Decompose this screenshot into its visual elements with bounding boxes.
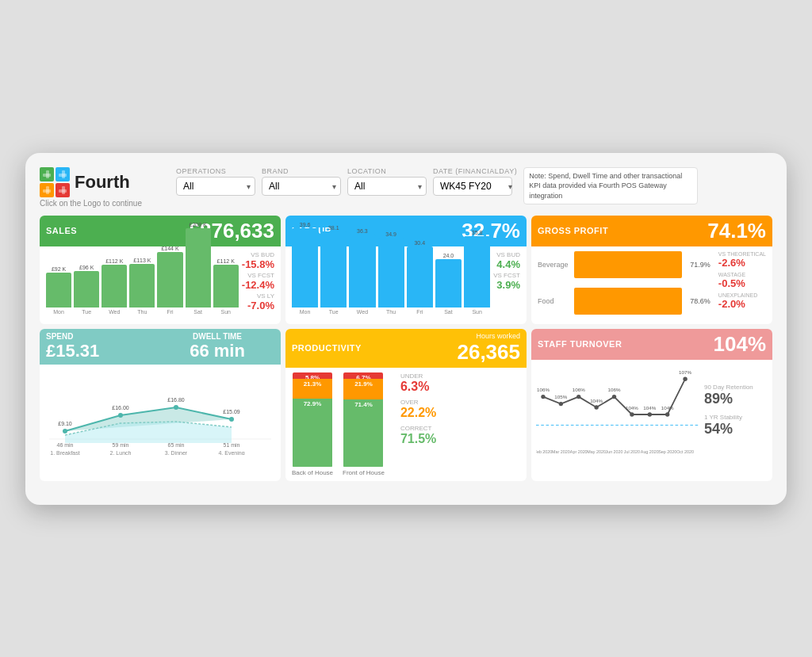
sales-vs-fcst: vs FCST -12.4% xyxy=(242,272,274,291)
sales-header: SALES £876,633 xyxy=(40,216,281,246)
operations-select-wrapper[interactable]: All xyxy=(176,177,255,196)
logo[interactable]: Fourth xyxy=(40,167,130,197)
location-label: LOCATION xyxy=(347,167,427,175)
labour-bar-chart: 39.6 Mon 38.1 Tue 36.3 xyxy=(292,251,490,315)
svg-point-15 xyxy=(63,429,67,434)
boh-orange-seg: 21.3% xyxy=(293,379,332,399)
operations-filter: OPERATIONS All xyxy=(176,167,255,205)
foh-green-seg: 71.4% xyxy=(343,399,383,467)
staff-header: STAFF TURNOVER 104% xyxy=(531,329,772,360)
svg-point-40 xyxy=(683,376,687,380)
svg-text:May 2020: May 2020 xyxy=(587,449,606,454)
staff-line-svg: 106% 105% 106% 104% 106% 104% 104% 104% … xyxy=(536,363,699,466)
svg-point-36 xyxy=(612,394,616,398)
logo-text: Fourth xyxy=(75,172,130,193)
svg-rect-5 xyxy=(43,174,51,177)
foh-stacked-bar: 6.7% 21.9% 71.4% xyxy=(343,372,383,468)
foh-red-seg: 6.7% xyxy=(343,372,383,379)
svg-text:107%: 107% xyxy=(679,369,691,374)
svg-text:46 min: 46 min xyxy=(56,442,73,448)
svg-point-17 xyxy=(174,405,178,410)
labour-bar-sun: 35.8 Sun xyxy=(464,230,490,315)
gross-profit-card: GROSS PROFIT 74.1% Beverage 71.9% Food xyxy=(531,216,772,324)
svg-point-34 xyxy=(576,394,580,398)
svg-point-37 xyxy=(630,412,634,416)
spend-section: SPEND £15.31 xyxy=(46,332,160,361)
sales-body: £92 K Mon £96 K Tue £112 K xyxy=(40,246,281,319)
prod-header: PRODUCTIVITY Hours worked 26,365 xyxy=(285,329,527,368)
gp-stats: vs THEORETICAL -2.6% WASTAGE -0.5% UNEXP… xyxy=(718,251,766,319)
gp-food-row: Food 78.6% xyxy=(538,288,710,315)
prod-legend-correct: CORRECT 71.5% xyxy=(400,425,436,446)
boh-label: Back of House xyxy=(292,469,333,476)
operations-select[interactable]: All xyxy=(176,177,255,196)
staff-value: 104% xyxy=(714,332,767,357)
dashboard-grid: SALES £876,633 £92 K Mon xyxy=(40,216,772,491)
bar-fri: £144 K Fri xyxy=(157,246,182,315)
svg-text:106%: 106% xyxy=(573,387,585,392)
labour-bar-fri: 30.4 Fri xyxy=(407,240,433,315)
note-box: Note: Spend, Dwell Time and other transa… xyxy=(523,167,698,205)
gp-unexplained: UNEXPLAINED -2.0% xyxy=(718,292,766,310)
labour-bar-tue: 38.1 Tue xyxy=(320,225,347,315)
foh-bar-group: 6.7% 21.9% 71.4% Front of House xyxy=(343,372,385,476)
gp-value: 74.1% xyxy=(707,219,766,243)
sales-title: SALES xyxy=(46,226,77,235)
bar-sat: £208 K Sat xyxy=(186,222,211,315)
svg-text:£16.80: £16.80 xyxy=(167,397,185,403)
device-frame: Fourth Click on the Logo to continue OPE… xyxy=(25,153,787,505)
svg-text:51 min: 51 min xyxy=(223,442,239,448)
logo-subtitle: Click on the Logo to continue xyxy=(40,199,142,208)
svg-text:104%: 104% xyxy=(590,397,603,403)
header: Fourth Click on the Logo to continue OPE… xyxy=(40,167,772,208)
brand-select[interactable]: All xyxy=(262,177,341,196)
prod-value: 26,365 xyxy=(457,340,520,365)
date-filter: DATE (FINANCIALDAY) WK45 FY20 xyxy=(433,167,517,205)
labour-vs-bud: vs BUD 4.4% xyxy=(493,251,520,270)
productivity-card: PRODUCTIVITY Hours worked 26,365 5.8% 21… xyxy=(285,329,527,481)
bar-wed-bar xyxy=(102,265,127,307)
bar-sat-bar xyxy=(186,228,211,307)
svg-point-32 xyxy=(541,394,545,398)
date-select[interactable]: WK45 FY20 xyxy=(433,177,512,196)
gp-beverage-bar xyxy=(574,251,682,278)
prod-hours-label: Hours worked xyxy=(476,332,520,340)
gp-vs-theoretical: vs THEORETICAL -2.6% xyxy=(718,251,766,269)
spend-dwell-header: SPEND £15.31 DWELL TIME 66 min xyxy=(40,329,281,365)
svg-text:65 min: 65 min xyxy=(167,442,184,448)
foh-label: Front of House xyxy=(343,469,385,476)
svg-rect-9 xyxy=(43,189,51,193)
foh-orange-seg: 21.9% xyxy=(343,379,383,399)
location-select[interactable]: All xyxy=(347,177,427,196)
date-select-wrapper[interactable]: WK45 FY20 xyxy=(433,177,517,196)
prod-header-right: Hours worked 26,365 xyxy=(457,332,520,365)
boh-red-seg: 5.8% xyxy=(293,372,332,379)
prod-title: PRODUCTIVITY xyxy=(292,343,362,353)
svg-text:£15.09: £15.09 xyxy=(223,409,240,414)
svg-point-33 xyxy=(559,401,563,405)
staff-turnover-card: STAFF TURNOVER 104% xyxy=(531,329,772,481)
bar-mon-bar xyxy=(46,273,71,307)
bar-tue-bar xyxy=(74,271,99,307)
brand-label: BRAND xyxy=(262,167,341,175)
labour-card: LABOUR 32.7% 39.6 Mon 38.1 xyxy=(285,216,527,324)
svg-text:59 min: 59 min xyxy=(112,442,128,448)
location-select-wrapper[interactable]: All xyxy=(347,177,427,196)
gp-body: Beverage 71.9% Food 78.6% vs THEORETICAL xyxy=(531,246,772,324)
svg-text:Jun 2020: Jun 2020 xyxy=(605,449,622,454)
brand-select-wrapper[interactable]: All xyxy=(262,177,341,196)
labour-bar-mon: 39.6 Mon xyxy=(292,222,318,315)
gp-title: GROSS PROFIT xyxy=(538,226,608,235)
spend-title: SPEND xyxy=(46,332,160,341)
svg-text:Sep 2020: Sep 2020 xyxy=(658,449,676,454)
bar-thu-bar xyxy=(129,264,155,307)
logo-area: Fourth Click on the Logo to continue xyxy=(40,167,167,208)
svg-text:4. Evening: 4. Evening xyxy=(218,450,244,455)
bar-wed: £112 K Wed xyxy=(102,258,127,315)
svg-point-18 xyxy=(229,417,234,422)
boh-stacked-bar: 5.8% 21.3% 72.9% xyxy=(293,372,332,468)
svg-rect-11 xyxy=(59,189,67,193)
gp-header: GROSS PROFIT 74.1% xyxy=(531,216,772,246)
boh-bar-group: 5.8% 21.3% 72.9% Back of House xyxy=(292,372,333,476)
staff-retention: 90 Day Retention 89% xyxy=(704,384,768,407)
